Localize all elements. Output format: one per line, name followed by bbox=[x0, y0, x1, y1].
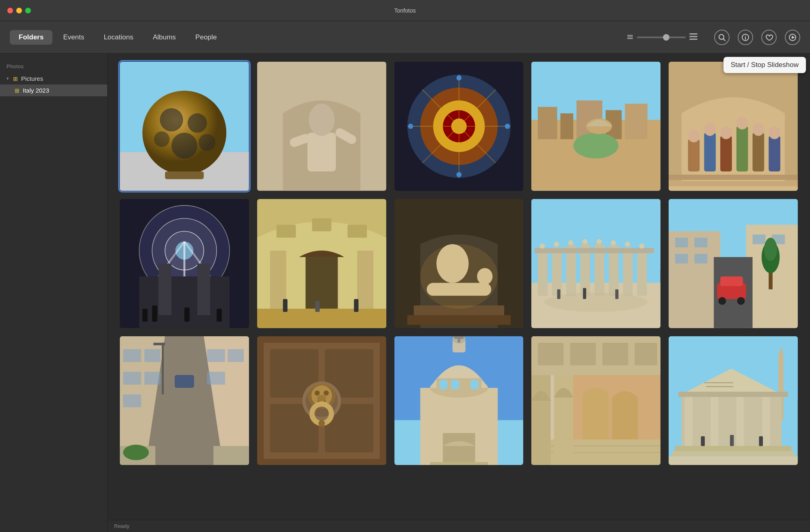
svg-line-7 bbox=[723, 39, 726, 41]
svg-rect-154 bbox=[227, 349, 244, 362]
svg-rect-54 bbox=[688, 139, 700, 171]
info-button[interactable] bbox=[738, 30, 753, 45]
svg-rect-151 bbox=[144, 349, 160, 362]
svg-point-139 bbox=[719, 297, 726, 305]
minimize-button[interactable] bbox=[16, 8, 22, 13]
svg-rect-90 bbox=[305, 257, 338, 309]
svg-rect-210 bbox=[685, 394, 693, 446]
sidebar-section-photos: Photos bbox=[0, 60, 107, 73]
svg-rect-194 bbox=[570, 342, 596, 365]
svg-rect-87 bbox=[347, 225, 367, 238]
svg-rect-79 bbox=[197, 264, 210, 315]
svg-rect-67 bbox=[669, 181, 798, 186]
close-button[interactable] bbox=[7, 8, 13, 13]
photo-item[interactable] bbox=[394, 62, 524, 191]
svg-point-65 bbox=[769, 126, 780, 139]
svg-point-20 bbox=[154, 132, 169, 147]
svg-rect-125 bbox=[615, 289, 619, 299]
photo-item[interactable] bbox=[120, 62, 249, 191]
favorites-button[interactable] bbox=[761, 30, 777, 45]
svg-rect-187 bbox=[451, 380, 459, 389]
svg-point-16 bbox=[143, 91, 227, 175]
svg-rect-66 bbox=[669, 175, 798, 180]
svg-rect-83 bbox=[217, 309, 222, 322]
tab-people[interactable]: People bbox=[186, 30, 226, 45]
svg-marker-12 bbox=[792, 36, 795, 39]
photo-item[interactable] bbox=[257, 336, 386, 465]
svg-rect-221 bbox=[669, 456, 798, 465]
sidebar-item-pictures[interactable]: ▾ ⊞ Pictures bbox=[0, 73, 107, 84]
sidebar-item-italy-2023[interactable]: ⊞ Italy 2023 bbox=[0, 84, 107, 96]
titlebar: Tonfotos bbox=[0, 0, 810, 21]
svg-rect-80 bbox=[143, 309, 148, 322]
toolbar-actions bbox=[714, 30, 800, 45]
svg-rect-160 bbox=[213, 446, 249, 465]
svg-rect-106 bbox=[552, 247, 562, 296]
svg-rect-113 bbox=[535, 248, 654, 253]
svg-rect-92 bbox=[283, 299, 287, 312]
photo-item[interactable] bbox=[531, 199, 661, 328]
svg-point-121 bbox=[639, 243, 645, 249]
photo-item[interactable] bbox=[394, 199, 524, 328]
svg-point-140 bbox=[737, 297, 745, 305]
svg-rect-62 bbox=[753, 133, 765, 171]
svg-rect-149 bbox=[123, 372, 141, 385]
svg-point-63 bbox=[753, 123, 765, 136]
photo-item[interactable] bbox=[531, 336, 661, 465]
svg-point-115 bbox=[554, 242, 559, 247]
tab-locations[interactable]: Locations bbox=[95, 30, 142, 45]
search-button[interactable] bbox=[714, 30, 730, 45]
svg-point-17 bbox=[160, 108, 183, 131]
zoom-control bbox=[626, 32, 698, 42]
svg-rect-50 bbox=[625, 104, 648, 139]
nav-tabs: Folders Events Locations Albums People bbox=[10, 30, 226, 45]
photo-item[interactable] bbox=[669, 336, 798, 465]
svg-rect-111 bbox=[623, 247, 633, 296]
photo-item[interactable] bbox=[257, 62, 386, 191]
svg-point-120 bbox=[625, 242, 630, 247]
svg-point-18 bbox=[188, 113, 207, 133]
tab-events[interactable]: Events bbox=[54, 30, 93, 45]
photo-item[interactable] bbox=[669, 62, 798, 191]
photo-item[interactable] bbox=[120, 336, 249, 465]
svg-rect-200 bbox=[531, 375, 551, 465]
photos-area bbox=[108, 54, 810, 532]
app-title: Tonfotos bbox=[394, 7, 416, 14]
svg-rect-100 bbox=[407, 315, 510, 325]
maximize-button[interactable] bbox=[25, 8, 31, 13]
svg-rect-130 bbox=[675, 238, 688, 247]
svg-rect-3 bbox=[689, 33, 697, 35]
svg-rect-153 bbox=[207, 349, 225, 362]
svg-rect-94 bbox=[354, 299, 358, 312]
svg-point-40 bbox=[505, 124, 510, 129]
photo-item[interactable] bbox=[257, 199, 386, 328]
svg-rect-105 bbox=[538, 251, 548, 296]
svg-rect-82 bbox=[184, 307, 190, 322]
sidebar-item-label-italy: Italy 2023 bbox=[23, 87, 49, 94]
tab-albums[interactable]: Albums bbox=[144, 30, 185, 45]
svg-point-117 bbox=[583, 239, 588, 244]
svg-point-101 bbox=[420, 244, 498, 309]
svg-rect-1 bbox=[627, 37, 633, 37]
svg-rect-93 bbox=[315, 301, 320, 312]
photos-grid bbox=[120, 62, 798, 465]
tab-folders[interactable]: Folders bbox=[10, 30, 52, 45]
svg-rect-47 bbox=[561, 113, 574, 139]
svg-rect-91 bbox=[257, 309, 386, 328]
photo-item[interactable] bbox=[669, 199, 798, 328]
photo-item[interactable] bbox=[120, 199, 249, 328]
svg-point-51 bbox=[574, 133, 619, 159]
photo-item[interactable] bbox=[531, 62, 661, 191]
photo-item[interactable] bbox=[394, 336, 524, 465]
svg-rect-215 bbox=[749, 394, 757, 446]
zoom-small-icon bbox=[626, 33, 634, 41]
slideshow-button[interactable] bbox=[785, 30, 800, 45]
status-bar: Ready bbox=[108, 520, 810, 532]
svg-point-61 bbox=[736, 117, 748, 130]
svg-rect-186 bbox=[440, 380, 447, 389]
svg-rect-4 bbox=[689, 36, 697, 37]
svg-rect-195 bbox=[602, 342, 628, 365]
svg-rect-132 bbox=[675, 254, 688, 264]
zoom-slider[interactable] bbox=[637, 37, 686, 38]
svg-rect-68 bbox=[669, 186, 798, 191]
